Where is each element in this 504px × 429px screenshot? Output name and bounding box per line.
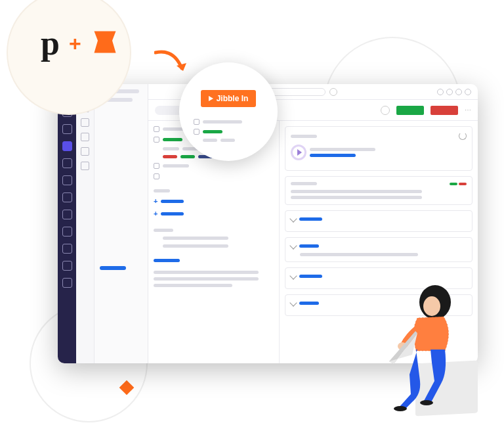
panel-icon[interactable] bbox=[81, 133, 89, 141]
placeholder-line bbox=[154, 189, 170, 192]
magnified-view: Jibble In bbox=[179, 62, 278, 161]
placeholder-line bbox=[291, 196, 422, 199]
link-text[interactable] bbox=[310, 154, 356, 157]
link-text[interactable] bbox=[161, 212, 184, 215]
status-bar bbox=[163, 155, 177, 158]
secondary-sidebar bbox=[76, 84, 94, 363]
list-panel bbox=[94, 84, 148, 363]
play-icon[interactable] bbox=[291, 145, 306, 160]
svg-point-4 bbox=[420, 400, 433, 405]
placeholder-line bbox=[163, 244, 228, 248]
section-label bbox=[299, 275, 322, 278]
chevron-down-icon bbox=[289, 299, 297, 306]
collapsible-section[interactable] bbox=[285, 237, 472, 262]
field-icon bbox=[154, 126, 159, 132]
curved-arrow-icon bbox=[154, 47, 194, 83]
placeholder-line bbox=[291, 190, 422, 193]
topbar-icon[interactable] bbox=[465, 89, 471, 95]
topbar-icon[interactable] bbox=[455, 89, 462, 95]
tag-icon bbox=[154, 163, 159, 169]
add-icon[interactable]: + bbox=[154, 197, 158, 205]
refresh-icon[interactable] bbox=[459, 132, 467, 140]
section-label bbox=[299, 302, 319, 305]
sidebar-nav-item[interactable] bbox=[62, 192, 72, 202]
placeholder-line bbox=[163, 164, 189, 168]
sidebar-nav-item[interactable] bbox=[62, 244, 72, 254]
sidebar-nav-item[interactable] bbox=[62, 175, 72, 185]
sidebar-nav-item-active[interactable] bbox=[62, 141, 72, 151]
placeholder-line bbox=[310, 148, 375, 151]
placeholder-line bbox=[163, 147, 179, 150]
activity-card bbox=[285, 126, 472, 171]
sidebar-nav-item[interactable] bbox=[62, 261, 72, 271]
more-icon[interactable]: ⋯ bbox=[465, 106, 471, 114]
panel-icon[interactable] bbox=[81, 147, 89, 156]
field-icon bbox=[194, 129, 200, 135]
svg-point-3 bbox=[394, 406, 407, 411]
sidebar-nav-item[interactable] bbox=[62, 158, 72, 168]
placeholder-line bbox=[154, 229, 173, 232]
jibble-in-button[interactable]: Jibble In bbox=[201, 90, 257, 107]
topbar-icon[interactable] bbox=[437, 89, 444, 95]
magnified-content bbox=[179, 119, 278, 146]
add-icon[interactable]: + bbox=[154, 210, 158, 217]
chevron-down-icon bbox=[289, 242, 297, 249]
lost-button[interactable] bbox=[430, 106, 458, 115]
sidebar-nav-item[interactable] bbox=[62, 278, 72, 288]
jibble-logo-icon bbox=[91, 28, 119, 59]
plus-icon: + bbox=[69, 32, 81, 56]
pipedrive-logo-icon: p bbox=[41, 30, 60, 57]
selected-item[interactable] bbox=[100, 266, 126, 270]
panel-icon[interactable] bbox=[81, 162, 89, 170]
placeholder-line bbox=[291, 135, 317, 138]
placeholder-line bbox=[163, 237, 228, 240]
sidebar-nav-item[interactable] bbox=[62, 210, 72, 219]
illustration-person bbox=[379, 284, 478, 415]
add-button[interactable] bbox=[329, 88, 337, 96]
sidebar-nav-item[interactable] bbox=[62, 124, 72, 134]
svg-point-1 bbox=[423, 296, 440, 316]
main-sidebar: p bbox=[58, 84, 76, 363]
section-label bbox=[299, 217, 322, 221]
won-button[interactable] bbox=[396, 106, 424, 115]
topbar-icon[interactable] bbox=[446, 89, 453, 95]
field-icon bbox=[154, 173, 159, 179]
collapsible-section[interactable] bbox=[285, 210, 472, 232]
avatar[interactable] bbox=[381, 106, 390, 115]
placeholder-line bbox=[154, 277, 259, 281]
activity-card bbox=[285, 176, 472, 205]
panel-icon[interactable] bbox=[81, 118, 89, 127]
jibble-button-label: Jibble In bbox=[217, 94, 249, 103]
link-text[interactable] bbox=[154, 259, 180, 262]
sidebar-nav-item[interactable] bbox=[62, 227, 72, 237]
placeholder-line bbox=[291, 182, 317, 185]
field-icon bbox=[154, 137, 159, 143]
play-icon bbox=[209, 96, 213, 101]
link-text[interactable] bbox=[161, 200, 184, 203]
placeholder-line bbox=[154, 284, 232, 287]
placeholder-line bbox=[154, 271, 259, 274]
chevron-down-icon bbox=[289, 272, 297, 279]
integration-logos: p + bbox=[41, 28, 119, 59]
placeholder-line bbox=[300, 253, 418, 256]
section-label bbox=[299, 244, 319, 248]
status-bar bbox=[180, 155, 195, 158]
field-icon bbox=[194, 119, 200, 125]
chevron-down-icon bbox=[289, 215, 297, 222]
